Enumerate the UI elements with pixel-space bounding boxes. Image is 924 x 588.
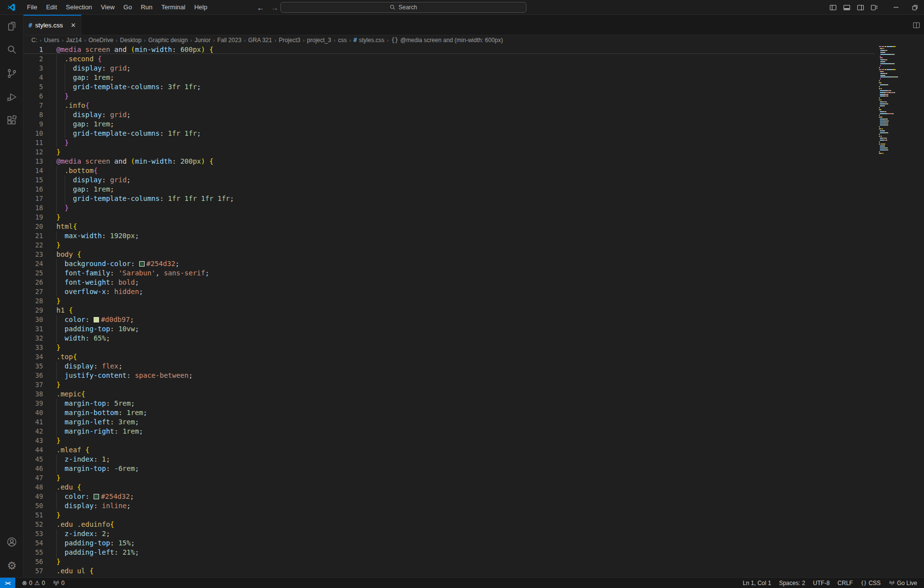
line-number: 40 — [24, 408, 43, 417]
indent-guide — [65, 185, 65, 194]
search-input[interactable]: Search — [280, 2, 526, 13]
menu-selection[interactable]: Selection — [61, 0, 96, 15]
code-line: display: flex; — [56, 362, 875, 371]
menu-view[interactable]: View — [97, 0, 119, 15]
indent-guide — [56, 73, 57, 82]
encoding-setting[interactable]: UTF-8 — [809, 578, 834, 588]
indent-guide — [56, 362, 57, 371]
breadcrumb-item[interactable]: Junior — [195, 37, 211, 44]
customize-layout-icon[interactable] — [867, 0, 881, 15]
breadcrumb-item[interactable]: GRA 321 — [248, 37, 272, 44]
indent-guide — [56, 166, 57, 175]
breadcrumb-item[interactable]: OneDrive — [88, 37, 113, 44]
breadcrumb-item[interactable]: Jaz14 — [66, 37, 82, 44]
explorer-icon[interactable] — [0, 15, 24, 38]
minimize-button[interactable] — [887, 0, 905, 15]
menu-help[interactable]: Help — [190, 0, 212, 15]
code-line: @media screen and (min-width: 600px) { — [56, 45, 875, 54]
menu-run[interactable]: Run — [136, 0, 157, 15]
code-editor[interactable]: 1234567891011121314151617181920212223242… — [24, 45, 924, 577]
code-line: grid-template-columns: 1fr 1fr 1fr 1fr; — [56, 194, 875, 203]
line-number: 46 — [24, 464, 43, 473]
search-placeholder: Search — [399, 4, 417, 11]
run-and-debug-icon[interactable] — [0, 85, 24, 109]
broadcast-icon — [889, 580, 895, 586]
toggle-primary-sidebar-icon[interactable] — [826, 0, 840, 15]
language-mode[interactable]: {} CSS — [857, 578, 885, 588]
indentation-setting[interactable]: Spaces: 2 — [775, 578, 809, 588]
color-swatch[interactable] — [94, 317, 99, 322]
line-number: 3 — [24, 64, 43, 73]
line-number: 4 — [24, 73, 43, 82]
breadcrumb-item[interactable]: Desktop — [120, 37, 142, 44]
code-line: width: 65%; — [56, 334, 875, 343]
extensions-icon[interactable] — [0, 109, 24, 132]
breadcrumb-item[interactable]: Project3 — [279, 37, 300, 44]
indent-guide — [56, 501, 57, 511]
breadcrumb-item[interactable]: C: — [31, 37, 37, 44]
menu-go[interactable]: Go — [119, 0, 136, 15]
indent-guide — [56, 82, 57, 92]
menu-file[interactable]: File — [23, 0, 42, 15]
code-line: } — [56, 138, 875, 147]
breadcrumb-separator: › — [387, 37, 389, 43]
restore-button[interactable] — [905, 0, 924, 15]
indent-guide — [56, 455, 57, 464]
code-line: justify-content: space-between; — [56, 371, 875, 380]
line-number: 47 — [24, 473, 43, 483]
breadcrumb-item[interactable]: Fall 2023 — [217, 37, 241, 44]
breadcrumb-item[interactable]: project_3 — [307, 37, 331, 44]
code-line: } — [56, 473, 875, 483]
vscode-logo-icon — [0, 3, 23, 12]
breadcrumb-item[interactable]: css — [338, 37, 347, 44]
nav-forward-icon[interactable]: → — [271, 3, 278, 12]
code-line: z-index: 1; — [56, 455, 875, 464]
nav-back-icon[interactable]: ← — [257, 3, 264, 12]
indent-guide — [65, 73, 65, 82]
code-line: grid-template-columns: 1fr 1fr; — [56, 129, 875, 138]
cursor-position-label: Ln 1, Col 1 — [743, 580, 771, 587]
breadcrumb-item[interactable]: {}@media screen and (min-width: 600px) — [391, 37, 503, 44]
remote-indicator[interactable]: >< — [0, 578, 15, 588]
color-swatch[interactable] — [94, 494, 99, 499]
ports-indicator[interactable]: 0 — [49, 578, 69, 588]
tab-bar: # styles.css ✕ — [24, 15, 924, 35]
breadcrumb-separator: › — [349, 37, 351, 43]
indent-guide — [56, 427, 57, 436]
code-line: margin-bottom: 1rem; — [56, 408, 875, 417]
code-line: .edu ul { — [56, 566, 875, 576]
line-number: 30 — [24, 315, 43, 324]
accounts-icon[interactable] — [0, 530, 24, 554]
breadcrumb-item[interactable]: Users — [44, 37, 59, 44]
line-number: 49 — [24, 492, 43, 501]
tab-styles-css[interactable]: # styles.css ✕ — [24, 15, 81, 35]
search-view-icon[interactable] — [0, 38, 24, 62]
breadcrumb-separator: › — [334, 37, 336, 43]
line-number: 54 — [24, 539, 43, 548]
problems-indicator[interactable]: ⊗ 0 ⚠ 0 — [18, 578, 49, 588]
code-line: html{ — [56, 222, 875, 231]
split-editor-icon[interactable] — [913, 22, 920, 29]
toggle-panel-icon[interactable] — [840, 0, 853, 15]
indent-guide — [56, 203, 57, 213]
breadcrumb-item[interactable]: #styles.css — [353, 37, 384, 44]
toggle-secondary-sidebar-icon[interactable] — [853, 0, 867, 15]
line-number: 27 — [24, 287, 43, 296]
indent-guide — [56, 120, 57, 129]
breadcrumb-separator: › — [62, 37, 64, 43]
breadcrumb-separator: › — [84, 37, 86, 43]
cursor-position[interactable]: Ln 1, Col 1 — [739, 578, 775, 588]
line-number: 41 — [24, 417, 43, 427]
source-control-icon[interactable] — [0, 62, 24, 85]
tab-close-icon[interactable]: ✕ — [71, 22, 76, 29]
go-live-button[interactable]: Go Live — [885, 578, 921, 588]
settings-gear-icon[interactable]: ⚙ — [0, 554, 24, 577]
menu-edit[interactable]: Edit — [42, 0, 61, 15]
menu-terminal[interactable]: Terminal — [157, 0, 190, 15]
status-bar: >< ⊗ 0 ⚠ 0 0 Ln 1, Col 1 Spaces: 2 UTF-8… — [0, 577, 924, 588]
eol-setting[interactable]: CRLF — [834, 578, 857, 588]
color-swatch[interactable] — [139, 261, 145, 267]
breadcrumb-item[interactable]: Graphic design — [148, 37, 188, 44]
code-line: } — [56, 380, 875, 390]
minimap[interactable] — [877, 46, 917, 577]
